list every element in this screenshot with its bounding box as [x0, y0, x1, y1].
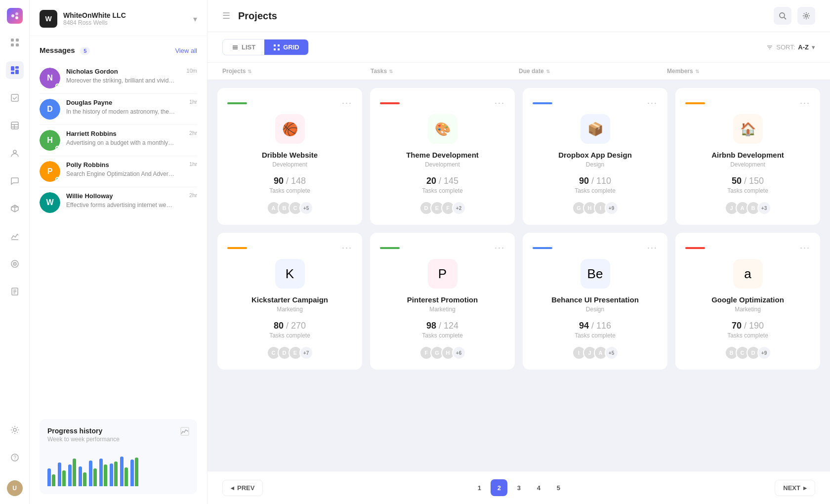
nav-icon-help[interactable]: ?: [6, 449, 24, 466]
nav-icon-chat[interactable]: [6, 172, 24, 190]
project-card[interactable]: ··· 📦 Dropbox App Design Design 90 / 110…: [523, 88, 667, 225]
tasks-label: Tasks complete: [533, 332, 658, 339]
nav-icon-team[interactable]: [6, 144, 24, 162]
col-members-sort-icon[interactable]: ⇅: [695, 69, 699, 74]
card-menu-icon[interactable]: ···: [647, 98, 658, 108]
bar-green: [83, 472, 86, 486]
nav-icon-analytics[interactable]: [6, 227, 24, 245]
card-menu-icon[interactable]: ···: [495, 98, 505, 108]
message-content: Douglas Payne 1hr In the history of mode…: [66, 99, 197, 120]
svg-line-32: [784, 17, 786, 19]
nav-icon-settings[interactable]: [6, 421, 24, 439]
avatar-more: +5: [605, 346, 619, 360]
card-tasks: 20 / 145 Tasks complete: [380, 176, 505, 194]
bar-green: [73, 459, 76, 486]
bar-group: [130, 458, 138, 486]
messages-header: Messages 5 View all: [40, 46, 197, 55]
company-info: WhiteOnWhite LLC 8484 Ross Wells: [63, 11, 187, 26]
sort-control[interactable]: SORT: A-Z ▾: [766, 43, 815, 51]
card-icon: 🏠: [733, 114, 763, 144]
prev-arrow-icon: ◂: [231, 484, 234, 492]
bar-blue: [68, 464, 72, 486]
hamburger-icon[interactable]: ☰: [222, 10, 230, 21]
card-menu-icon[interactable]: ···: [800, 98, 810, 108]
svg-rect-4: [16, 39, 19, 42]
bar-group: [120, 457, 128, 486]
nav-icon-projects[interactable]: [6, 61, 24, 79]
message-item[interactable]: N Nicholas Gordon 10m Moreover the strik…: [40, 63, 197, 94]
svg-rect-11: [11, 94, 18, 101]
prev-button[interactable]: ◂ PREV: [222, 480, 263, 496]
search-button[interactable]: [774, 7, 791, 25]
card-color-bar: [533, 247, 552, 249]
list-view-button[interactable]: LIST: [223, 40, 264, 55]
tasks-total: / 145: [439, 176, 458, 186]
bar-blue: [99, 459, 103, 486]
card-menu-icon[interactable]: ···: [495, 243, 505, 253]
messages-list: N Nicholas Gordon 10m Moreover the strik…: [40, 63, 197, 218]
card-avatars: GHI+9: [533, 201, 658, 215]
next-button[interactable]: NEXT ▸: [775, 480, 815, 496]
project-card[interactable]: ··· 🎨 Theme Development Development 20 /…: [370, 88, 515, 225]
bar-group: [58, 462, 66, 486]
progress-bar-chart: [47, 447, 189, 486]
message-text: Effective forms advertising internet web…: [66, 201, 175, 210]
project-card[interactable]: ··· a Google Optimization Marketing 70 /…: [675, 233, 820, 370]
card-color-bar: [685, 102, 705, 104]
avatar-stack: ABC: [267, 201, 302, 215]
svg-point-1: [15, 12, 18, 15]
bar-green: [135, 458, 138, 486]
settings-button[interactable]: [797, 7, 815, 25]
card-menu-icon[interactable]: ···: [800, 243, 810, 253]
card-menu-icon[interactable]: ···: [647, 243, 658, 253]
view-all-link[interactable]: View all: [175, 47, 197, 54]
page-number-3[interactable]: 3: [510, 479, 527, 496]
card-color-bar: [685, 247, 705, 249]
tasks-label: Tasks complete: [380, 187, 505, 194]
project-card[interactable]: ··· Be Behance UI Presentation Design 94…: [523, 233, 667, 370]
tasks-count: 20 / 145: [380, 176, 505, 186]
nav-icon-target[interactable]: [6, 255, 24, 273]
grid-view-button[interactable]: GRID: [264, 40, 308, 55]
bar-green: [124, 467, 128, 486]
nav-icon-dashboard[interactable]: [6, 34, 24, 51]
project-card[interactable]: ··· P Pinterest Promotion Marketing 98 /…: [370, 233, 515, 370]
bar-group: [68, 459, 76, 486]
message-item[interactable]: P Polly Robbins 1hr Search Engine Optimi…: [40, 156, 197, 187]
user-avatar-bottom[interactable]: U: [7, 480, 23, 496]
nav-icon-table[interactable]: [6, 117, 24, 134]
sidebar-chevron-icon[interactable]: ▾: [193, 14, 197, 24]
card-category: Development: [685, 161, 810, 168]
card-color-bar: [227, 102, 247, 104]
tasks-total: / 116: [591, 321, 611, 331]
header-left: ☰ Projects: [222, 10, 277, 22]
page-number-2[interactable]: 2: [491, 479, 507, 496]
page-number-4[interactable]: 4: [530, 479, 547, 496]
card-project-name: Behance UI Presentation: [533, 295, 658, 304]
card-menu-icon[interactable]: ···: [342, 98, 352, 108]
message-item[interactable]: H Harriett Robbins 2hr Advertising on a …: [40, 125, 197, 156]
col-due-date-sort-icon[interactable]: ⇅: [546, 69, 550, 74]
nav-icon-box[interactable]: [6, 200, 24, 217]
progress-subtitle: Week to week performance: [47, 436, 120, 443]
message-item[interactable]: W Willie Holloway 2hr Effective forms ad…: [40, 187, 197, 218]
table-header: Projects ⇅ Tasks ⇅ Due date ⇅ Members ⇅: [208, 63, 830, 80]
project-card[interactable]: ··· 🏀 Dribble Website Development 90 / 1…: [217, 88, 362, 225]
project-card[interactable]: ··· K Kickstarter Campaign Marketing 80 …: [217, 233, 362, 370]
project-card[interactable]: ··· 🏠 Airbnb Development Development 50 …: [675, 88, 820, 225]
tasks-label: Tasks complete: [685, 332, 810, 339]
col-tasks-sort-icon[interactable]: ⇅: [389, 69, 393, 74]
card-tasks: 90 / 110 Tasks complete: [533, 176, 658, 194]
page-title: Projects: [238, 10, 277, 22]
page-number-1[interactable]: 1: [471, 479, 488, 496]
card-tasks: 80 / 270 Tasks complete: [227, 321, 352, 339]
page-numbers: 12345: [471, 479, 567, 496]
nav-icon-reports[interactable]: [6, 283, 24, 300]
svg-text:?: ?: [13, 455, 16, 461]
progress-section: Progress history Week to week performanc…: [40, 419, 197, 494]
page-number-5[interactable]: 5: [550, 479, 567, 496]
message-item[interactable]: D Douglas Payne 1hr In the history of mo…: [40, 94, 197, 125]
card-menu-icon[interactable]: ···: [342, 243, 352, 253]
nav-icon-tasks[interactable]: [6, 89, 24, 107]
col-projects-sort-icon[interactable]: ⇅: [248, 69, 251, 74]
